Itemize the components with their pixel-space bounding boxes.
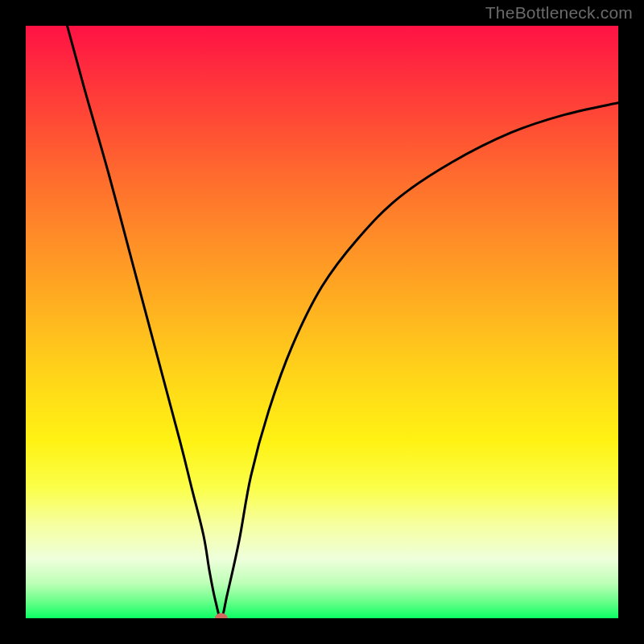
svg-point-0 [215, 613, 228, 619]
plot-area [26, 26, 618, 618]
watermark-text: TheBottleneck.com [485, 3, 633, 23]
curve-path [68, 26, 618, 618]
chart-frame: TheBottleneck.com [0, 0, 644, 644]
bottleneck-curve [26, 26, 618, 618]
marker-dot [215, 613, 228, 619]
